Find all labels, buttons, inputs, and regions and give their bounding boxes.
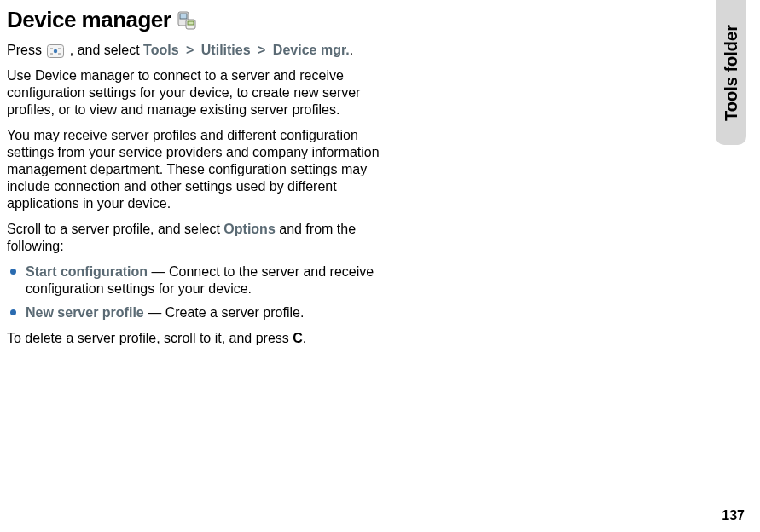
intro-end: . xyxy=(350,43,353,57)
home-key-icon xyxy=(47,44,64,58)
svg-rect-9 xyxy=(58,53,61,55)
svg-rect-6 xyxy=(50,48,53,49)
paragraph-3: Scroll to a server profile, and select O… xyxy=(7,221,399,255)
nav-sep-2: > xyxy=(254,43,269,57)
svg-rect-1 xyxy=(180,14,187,19)
nav-step-device-mgr: Device mgr. xyxy=(273,43,350,57)
key-c: C xyxy=(293,331,303,345)
page: Device manager Press , and s xyxy=(0,0,760,532)
title-text: Device manager xyxy=(7,7,171,33)
device-manager-icon xyxy=(177,11,196,30)
svg-rect-3 xyxy=(188,21,194,25)
list-item: Start configuration — Connect to the ser… xyxy=(7,263,399,298)
options-label: Options xyxy=(223,222,275,236)
side-tab: Tools folder xyxy=(716,0,746,145)
svg-rect-8 xyxy=(50,53,53,55)
para3-text1: Scroll to a server profile, and select xyxy=(7,222,223,236)
list-item: New server profile — Create a server pro… xyxy=(7,304,399,321)
intro-paragraph: Press , and select Tools > Utilities > D… xyxy=(7,42,399,59)
bullet-desc: — Create a server profile. xyxy=(144,305,305,320)
nav-step-tools: Tools xyxy=(143,43,178,57)
intro-and-select: , and select xyxy=(70,43,143,57)
intro-press: Press xyxy=(7,43,45,57)
side-tab-label: Tools folder xyxy=(722,25,741,121)
para4-text1: To delete a server profile, scroll to it… xyxy=(7,331,293,345)
page-title: Device manager xyxy=(7,7,399,33)
paragraph-4: To delete a server profile, scroll to it… xyxy=(7,330,399,347)
svg-point-5 xyxy=(54,49,57,53)
nav-step-utilities: Utilities xyxy=(201,43,251,57)
page-number: 137 xyxy=(722,508,745,523)
paragraph-2: You may receive server profiles and diff… xyxy=(7,127,399,212)
bullet-label: New server profile xyxy=(26,305,144,320)
content-column: Device manager Press , and s xyxy=(7,7,399,347)
bullet-label: Start configuration xyxy=(26,264,148,279)
nav-sep-1: > xyxy=(183,43,197,57)
para4-text2: . xyxy=(303,331,306,345)
svg-rect-7 xyxy=(58,48,61,49)
paragraph-1: Use Device manager to connect to a serve… xyxy=(7,67,399,119)
bullet-list: Start configuration — Connect to the ser… xyxy=(7,263,399,321)
